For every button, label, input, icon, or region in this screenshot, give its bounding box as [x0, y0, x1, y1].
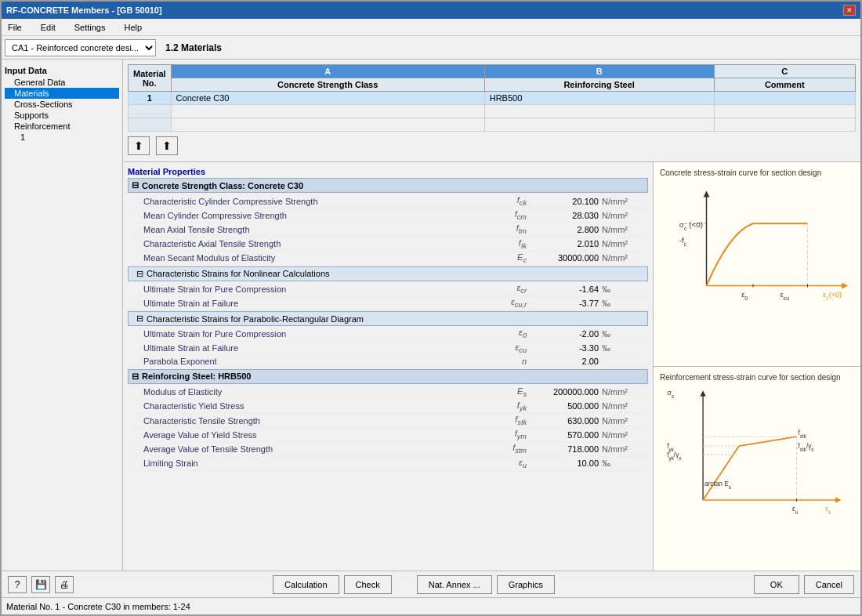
svg-text:εs: εs [825, 505, 831, 515]
print-icon-btn[interactable]: 🖨 [55, 576, 74, 593]
row-num: 1 [129, 92, 172, 105]
close-button[interactable]: ✕ [843, 5, 856, 16]
prop-row-n: Parabola Exponent n 2.00 [128, 356, 648, 368]
prop-unit: N/mm² [602, 239, 645, 248]
svg-text:εu: εu [792, 505, 799, 515]
prop-sym: fym [484, 429, 531, 440]
nonlinear-header-label: Characteristic Strains for Nonlinear Cal… [147, 269, 330, 278]
ok-button[interactable]: OK [754, 575, 799, 594]
parabolic-header[interactable]: ⊟ Characteristic Strains for Parabolic-R… [128, 311, 648, 326]
nonlinear-props-container: Ultimate Strain for Pure Compression εcr… [128, 282, 648, 310]
concrete-class-cell[interactable]: Concrete C30 [171, 92, 484, 105]
help-icon-btn[interactable]: ? [8, 576, 27, 593]
prop-sym: n [484, 357, 531, 366]
prop-row-ecu: Ultimate Strain at Failure εcu -3.30 ‰ [128, 342, 648, 356]
table-add-row-btn[interactable]: ⬆ [128, 136, 150, 155]
prop-sym: Ec [484, 252, 531, 264]
prop-sym: εcr [484, 283, 531, 295]
table-row[interactable]: 1 Concrete C30 HRB500 [129, 92, 856, 105]
svg-text:arctan Es: arctan Es [704, 480, 731, 489]
prop-val: -2.00 [531, 329, 602, 339]
table-del-row-btn[interactable]: ⬆ [156, 136, 178, 155]
prop-unit: N/mm² [602, 197, 645, 206]
bottom-bar: ? 💾 🖨 Calculation Check Nat. Annex ... G… [2, 571, 860, 597]
materials-table: Material No. A B C Concrete Strength Cla… [128, 64, 856, 132]
main-window: RF-CONCRETE Members - [GB 50010] ✕ File … [0, 0, 862, 616]
sidebar-item-general[interactable]: General Data [5, 77, 119, 88]
cancel-button[interactable]: Cancel [804, 575, 854, 594]
prop-row-ecr: Ultimate Strain for Pure Compression εcr… [128, 282, 648, 296]
steel-chart-label: Reinforcement stress-strain curve for se… [660, 373, 854, 382]
prop-name: Modulus of Elasticity [143, 387, 484, 397]
graphics-button[interactable]: Graphics [497, 575, 555, 594]
comment-cell[interactable] [714, 92, 855, 105]
prop-unit: N/mm² [602, 444, 645, 454]
svg-line-17 [703, 446, 739, 500]
prop-sym: ftk [484, 238, 531, 250]
menu-file[interactable]: File [5, 21, 25, 34]
title-bar: RF-CONCRETE Members - [GB 50010] ✕ [2, 2, 860, 19]
menu-edit[interactable]: Edit [38, 21, 59, 34]
materials-table-area: Material No. A B C Concrete Strength Cla… [123, 60, 860, 162]
svg-text:-fc: -fc [679, 236, 687, 247]
prop-unit: ‰ [602, 458, 645, 468]
steel-props-container: Modulus of Elasticity Es 200000.000 N/mm… [128, 386, 648, 471]
prop-unit: N/mm² [602, 430, 645, 440]
prop-row-ftk: Characteristic Axial Tensile Strength ft… [128, 237, 648, 252]
svg-text:εc(<0): εc(<0) [823, 291, 842, 301]
nat-annex-button[interactable]: Nat. Annex ... [417, 575, 492, 594]
prop-val: 2.00 [531, 357, 602, 366]
prop-unit: N/mm² [602, 401, 645, 411]
prop-val: 2.800 [531, 225, 602, 234]
title-bar-controls: ✕ [843, 5, 856, 16]
prop-name: Average Value of Yield Stress [143, 430, 484, 440]
prop-name: Characteristic Tensile Strength [143, 416, 484, 426]
concrete-header[interactable]: ⊟ Concrete Strength Class: Concrete C30 [128, 178, 648, 193]
steel-chart-area: Reinforcement stress-strain curve for se… [654, 367, 860, 571]
status-bar: Material No. 1 - Concrete C30 in members… [2, 597, 860, 614]
menu-settings[interactable]: Settings [71, 21, 109, 34]
calculation-button[interactable]: Calculation [273, 575, 339, 594]
save-icon-btn[interactable]: 💾 [31, 576, 50, 593]
sidebar-item-reinf-1[interactable]: 1 [5, 132, 119, 143]
prop-unit: N/mm² [602, 225, 645, 234]
sidebar-item-cross-sections[interactable]: Cross-Sections [5, 99, 119, 110]
prop-val: 10.00 [531, 458, 602, 468]
check-button[interactable]: Check [344, 575, 392, 594]
svg-text:fyk/γs: fyk/γs [667, 451, 681, 462]
sidebar-item-materials[interactable]: Materials [5, 88, 119, 99]
concrete-stress-strain-chart: σc (<0) -fc ε0 εcu εc(<0) [660, 180, 854, 313]
concrete-chart-area: Concrete stress-strain curve for section… [654, 162, 860, 367]
prop-row-fck: Characteristic Cylinder Compressive Stre… [128, 194, 648, 208]
prop-name: Average Value of Tensile Strength [143, 444, 484, 454]
svg-text:σs: σs [667, 389, 674, 399]
svg-text:σc (<0): σc (<0) [679, 220, 703, 231]
col-b-header: B [484, 65, 714, 78]
menu-help[interactable]: Help [121, 21, 145, 34]
steel-header[interactable]: ⊟ Reinforcing Steel: HRB500 [128, 369, 648, 384]
prop-unit: N/mm² [602, 253, 645, 263]
sub-c-header: Comment [714, 78, 855, 92]
props-panel: Material Properties ⊟ Concrete Strength … [123, 162, 653, 571]
svg-marker-2 [704, 191, 710, 197]
sidebar-item-reinforcement[interactable]: Reinforcement [5, 121, 119, 132]
prop-val: 20.100 [531, 197, 602, 206]
case-dropdown[interactable]: CA1 - Reinforced concrete desi... [5, 39, 156, 56]
steel-collapse-icon: ⊟ [132, 371, 139, 382]
sidebar-item-supports[interactable]: Supports [5, 110, 119, 121]
svg-text:fstk: fstk [798, 429, 806, 439]
prop-val: 2.010 [531, 239, 602, 248]
prop-unit: ‰ [602, 329, 645, 339]
parabolic-props-container: Ultimate Strain for Pure Compression ε0 … [128, 327, 648, 367]
table-row-empty2 [129, 118, 856, 132]
prop-row-fstm: Average Value of Tensile Strength fstm 7… [128, 442, 648, 456]
table-btn-row: ⬆ ⬆ [128, 135, 856, 157]
properties-section: Material Properties ⊟ Concrete Strength … [123, 162, 860, 571]
nonlinear-header[interactable]: ⊟ Characteristic Strains for Nonlinear C… [128, 266, 648, 281]
window-title: RF-CONCRETE Members - [GB 50010] [6, 5, 162, 15]
mat-no-header: Material No. [129, 65, 172, 92]
prop-sym: fyk [484, 400, 531, 412]
prop-val: 630.000 [531, 416, 602, 426]
prop-sym: εcu [484, 342, 531, 354]
steel-cell[interactable]: HRB500 [484, 92, 714, 105]
